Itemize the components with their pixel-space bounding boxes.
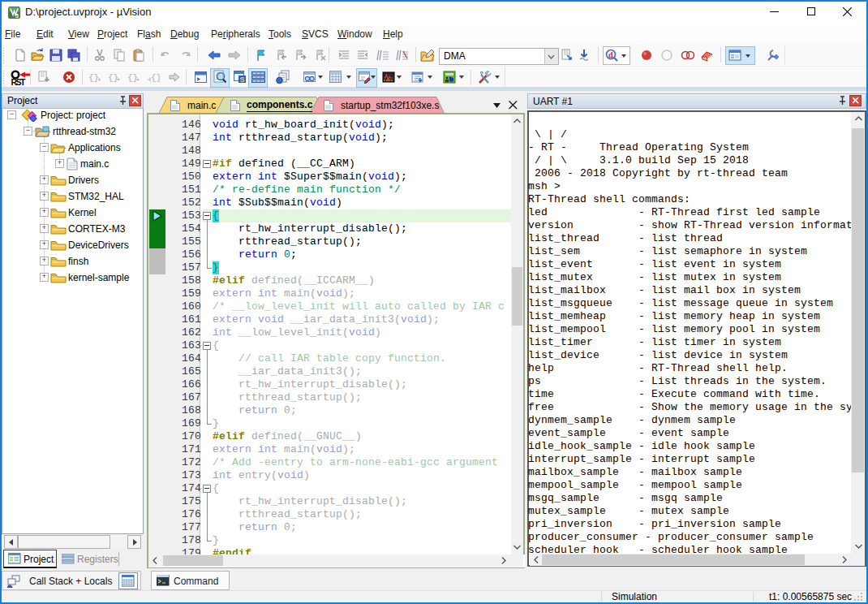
svg-text:{}: {}: [127, 73, 138, 83]
svg-text:d: d: [608, 50, 613, 59]
svg-text:{}: {}: [108, 73, 118, 83]
svg-text:S: S: [240, 76, 245, 84]
svg-text:{}: {}: [88, 73, 99, 83]
svg-text:RST: RST: [11, 77, 27, 87]
svg-text:5: 5: [15, 13, 19, 19]
svg-text:{}: {}: [151, 73, 160, 83]
